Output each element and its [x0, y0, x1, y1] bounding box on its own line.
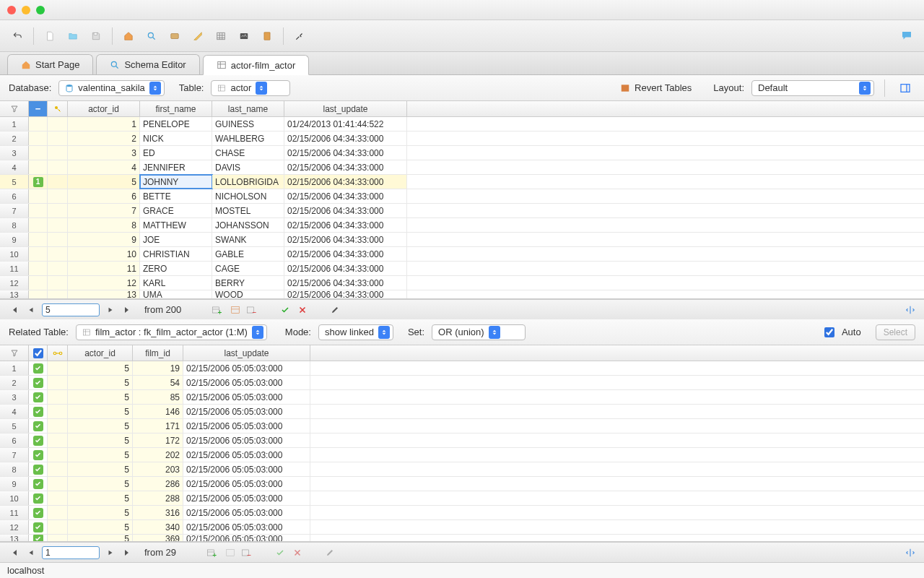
cell-last-update[interactable]: 02/15/2006 05:05:03:000 — [183, 405, 310, 418]
cell-last-name[interactable]: GUINESS — [212, 117, 284, 131]
edit-button[interactable] — [323, 546, 336, 559]
cell-last-update[interactable]: 02/15/2006 04:34:33:000 — [284, 218, 407, 232]
check-cell[interactable] — [29, 535, 48, 542]
table-row[interactable]: 9528602/15/2006 05:05:03:000 — [0, 477, 924, 491]
film-actor-grid-body[interactable]: 151902/15/2006 05:05:03:000255402/15/200… — [0, 361, 924, 542]
cell-last-update[interactable]: 02/15/2006 04:34:33:000 — [284, 290, 407, 298]
cell-last-update[interactable]: 02/15/2006 04:34:33:000 — [284, 233, 407, 246]
cell-actor-id[interactable]: 5 — [68, 434, 133, 447]
cell-first-name[interactable]: KARL — [140, 276, 212, 290]
cell-last-update[interactable]: 02/15/2006 05:05:03:000 — [183, 535, 310, 542]
table-row[interactable]: 13536902/15/2006 05:05:03:000 — [0, 535, 924, 542]
filter-header[interactable] — [0, 101, 29, 116]
split-button[interactable] — [904, 546, 917, 559]
new-file-button[interactable] — [40, 26, 60, 46]
check-cell[interactable] — [29, 477, 48, 491]
delete-row-button[interactable]: − — [241, 546, 254, 559]
table-row[interactable]: 8520302/15/2006 05:05:03:000 — [0, 462, 924, 477]
cell-film-id[interactable]: 54 — [133, 376, 183, 389]
undo-button[interactable] — [7, 26, 27, 46]
cell-actor-id[interactable]: 6 — [68, 189, 140, 203]
cell-film-id[interactable]: 19 — [133, 361, 183, 375]
duplicate-row-button[interactable] — [224, 546, 237, 559]
cell-first-name[interactable]: ZERO — [140, 262, 212, 275]
cell-last-name[interactable]: MOSTEL — [212, 204, 284, 217]
mode-select[interactable]: show linked — [318, 324, 393, 340]
table-select[interactable]: actor — [211, 80, 290, 96]
tab-schema-editor[interactable]: Schema Editor — [96, 54, 199, 74]
table-row[interactable]: 22NICKWAHLBERG02/15/2006 04:34:33:000 — [0, 131, 924, 146]
cell-actor-id[interactable]: 5 — [68, 535, 133, 542]
cell-actor-id[interactable]: 5 — [68, 376, 133, 389]
table-row[interactable]: 33EDCHASE02/15/2006 04:34:33:000 — [0, 146, 924, 160]
table-row[interactable]: 515JOHNNYLOLLOBRIGIDA02/15/2006 04:34:33… — [0, 175, 924, 189]
zoom-window-dot[interactable] — [36, 6, 45, 14]
cell-film-id[interactable]: 146 — [133, 405, 183, 418]
cell-first-name[interactable]: JOHNNY — [140, 175, 212, 189]
table-row[interactable]: 77GRACEMOSTEL02/15/2006 04:34:33:000 — [0, 204, 924, 218]
cell-actor-id[interactable]: 5 — [68, 520, 133, 534]
collapse-header[interactable]: − — [29, 101, 48, 116]
filter-header[interactable] — [0, 345, 29, 361]
cell-last-name[interactable]: DAVIS — [212, 160, 284, 174]
cell-actor-id[interactable]: 5 — [68, 361, 133, 375]
save-button[interactable] — [86, 26, 106, 46]
col-first-name[interactable]: first_name — [140, 101, 212, 116]
cell-actor-id[interactable]: 5 — [68, 448, 133, 462]
next-page-button[interactable] — [104, 546, 117, 559]
cell-last-update[interactable]: 02/15/2006 05:05:03:000 — [183, 361, 310, 375]
cell-last-update[interactable]: 02/15/2006 05:05:03:000 — [183, 448, 310, 462]
check-cell[interactable] — [29, 361, 48, 375]
cell-actor-id[interactable]: 12 — [68, 276, 140, 290]
auto-checkbox[interactable] — [824, 327, 834, 337]
add-row-button[interactable]: + — [212, 303, 225, 316]
cell-first-name[interactable]: JOE — [140, 233, 212, 246]
cell-last-update[interactable]: 02/15/2006 05:05:03:000 — [183, 434, 310, 447]
cell-last-update[interactable]: 02/15/2006 05:05:03:000 — [183, 477, 310, 491]
cell-last-update[interactable]: 02/15/2006 05:05:03:000 — [183, 491, 310, 505]
cell-last-update[interactable]: 01/24/2013 01:41:44:522 — [284, 117, 407, 131]
open-folder-button[interactable] — [63, 26, 83, 46]
cell-film-id[interactable]: 288 — [133, 491, 183, 505]
book-button[interactable] — [257, 26, 277, 46]
check-cell[interactable] — [29, 491, 48, 505]
cell-film-id[interactable]: 203 — [133, 462, 183, 476]
key-header[interactable] — [48, 101, 68, 116]
col-last-update[interactable]: last_update — [284, 101, 407, 116]
delete-row-button[interactable]: − — [246, 303, 259, 316]
table-row[interactable]: 10528802/15/2006 05:05:03:000 — [0, 491, 924, 506]
col-actor-id[interactable]: actor_id — [68, 101, 140, 116]
cell-actor-id[interactable]: 3 — [68, 146, 140, 160]
close-window-dot[interactable] — [7, 6, 16, 14]
cell-actor-id[interactable]: 5 — [68, 491, 133, 505]
page-input[interactable] — [42, 303, 100, 316]
check-header[interactable] — [29, 345, 48, 361]
check-cell[interactable] — [29, 405, 48, 418]
first-page-button[interactable] — [7, 303, 20, 316]
cell-actor-id[interactable]: 5 — [68, 175, 140, 189]
table-row[interactable]: 1010CHRISTIANGABLE02/15/2006 04:34:33:00… — [0, 247, 924, 262]
cell-last-name[interactable]: WOOD — [212, 290, 284, 298]
layout-select[interactable]: Default — [751, 80, 874, 96]
cell-last-update[interactable]: 02/15/2006 04:34:33:000 — [284, 175, 407, 189]
cell-actor-id[interactable]: 8 — [68, 218, 140, 232]
monitor-button[interactable] — [234, 26, 254, 46]
table-row[interactable]: 12534002/15/2006 05:05:03:000 — [0, 520, 924, 535]
col-last-name[interactable]: last_name — [212, 101, 284, 116]
check-all[interactable] — [33, 348, 43, 358]
tab-start-page[interactable]: Start Page — [7, 54, 93, 74]
barcode-button[interactable] — [341, 546, 354, 559]
cell-first-name[interactable]: PENELOPE — [140, 117, 212, 131]
table-row[interactable]: 11531602/15/2006 05:05:03:000 — [0, 506, 924, 520]
cell-film-id[interactable]: 202 — [133, 448, 183, 462]
cell-actor-id[interactable]: 9 — [68, 233, 140, 246]
cell-last-update[interactable]: 02/15/2006 04:34:33:000 — [284, 262, 407, 275]
table-row[interactable]: 66BETTENICHOLSON02/15/2006 04:34:33:000 — [0, 189, 924, 204]
table-row[interactable]: 1313UMAWOOD02/15/2006 04:34:33:000 — [0, 290, 924, 299]
cell-last-update[interactable]: 02/15/2006 04:34:33:000 — [284, 160, 407, 174]
cell-first-name[interactable]: BETTE — [140, 189, 212, 203]
cell-last-update[interactable]: 02/15/2006 04:34:33:000 — [284, 247, 407, 261]
picker-button[interactable] — [289, 26, 310, 46]
cell-first-name[interactable]: NICK — [140, 131, 212, 145]
cancel-button[interactable] — [291, 546, 304, 559]
